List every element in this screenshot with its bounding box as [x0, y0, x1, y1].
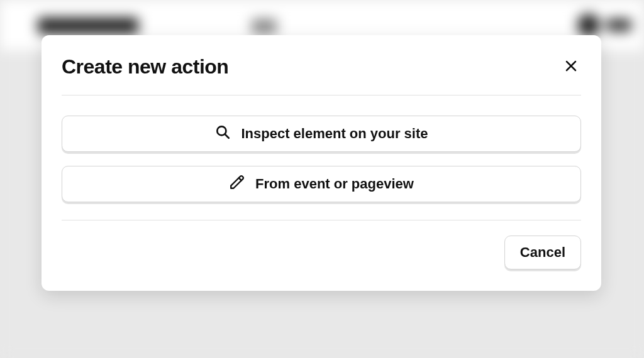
option-label: Inspect element on your site	[241, 126, 428, 142]
close-icon	[564, 58, 579, 75]
svg-line-4	[239, 178, 242, 180]
cancel-button[interactable]: Cancel	[504, 236, 581, 269]
close-button[interactable]	[561, 57, 581, 77]
pencil-icon	[229, 174, 245, 194]
modal-header: Create new action	[42, 35, 601, 95]
modal-body: Inspect element on your site From event …	[42, 95, 601, 220]
create-action-modal: Create new action Inspect element on you…	[42, 35, 601, 291]
search-icon	[214, 124, 231, 144]
svg-line-3	[225, 134, 229, 138]
from-event-option[interactable]: From event or pageview	[62, 166, 581, 202]
modal-footer: Cancel	[42, 220, 601, 291]
option-label: From event or pageview	[255, 176, 414, 192]
inspect-element-option[interactable]: Inspect element on your site	[62, 116, 581, 152]
modal-title: Create new action	[62, 55, 228, 79]
